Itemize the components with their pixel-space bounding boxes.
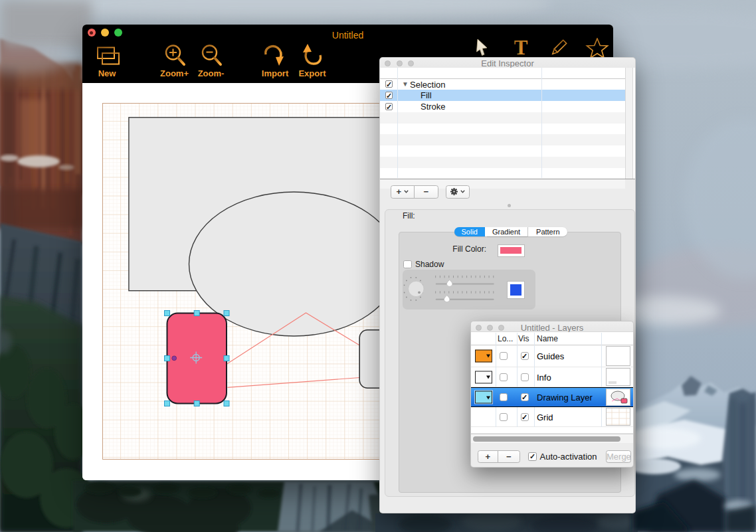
svg-text:T: T (514, 38, 528, 58)
